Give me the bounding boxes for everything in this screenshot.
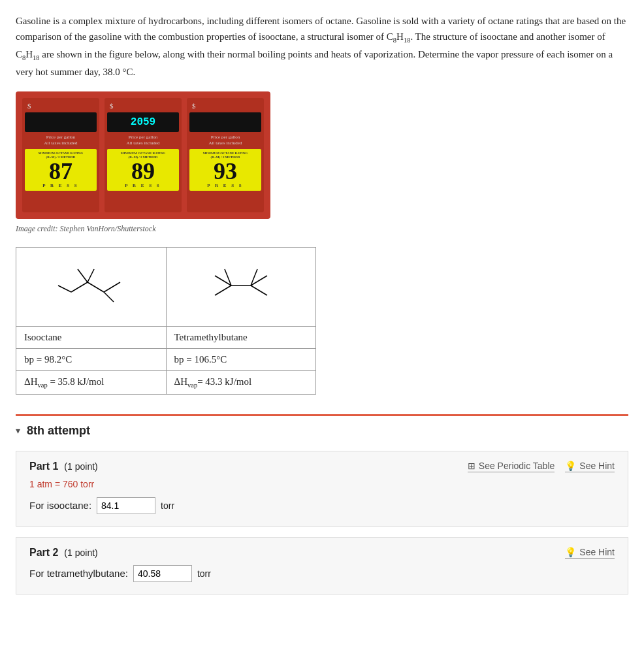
svg-line-3 bbox=[78, 269, 88, 282]
part1-actions: ⊞ See Periodic Table 💡 See Hint bbox=[468, 461, 615, 472]
part1-header: Part 1 (1 point) ⊞ See Periodic Table 💡 … bbox=[29, 461, 615, 472]
intro-paragraph: Gasoline is a complex mixture of hydroca… bbox=[16, 13, 628, 80]
svg-line-5 bbox=[104, 292, 114, 302]
isooctane-structure bbox=[16, 247, 167, 326]
periodic-table-icon: ⊞ bbox=[468, 461, 475, 471]
part1-section: Part 1 (1 point) ⊞ See Periodic Table 💡 … bbox=[16, 451, 628, 527]
part2-section: Part 2 (1 point) 💡 See Hint For tetramet… bbox=[16, 537, 628, 595]
svg-line-0 bbox=[71, 282, 88, 292]
part2-title: Part 2 (1 point) bbox=[29, 547, 98, 559]
isooctane-unit-label: torr bbox=[161, 500, 174, 511]
svg-line-6 bbox=[58, 286, 71, 292]
svg-line-1 bbox=[88, 282, 104, 292]
isooctane-name: Isooctane bbox=[16, 326, 167, 348]
isooctane-bp: bp = 98.2°C bbox=[16, 348, 167, 370]
part2-input-row: For tetramethylbutane: torr bbox=[29, 565, 615, 582]
isooctane-dh: ΔHvap = 35.8 kJ/mol bbox=[16, 370, 167, 394]
tetramethylbutane-bp: bp = 106.5°C bbox=[166, 348, 316, 370]
svg-line-4 bbox=[88, 269, 94, 282]
part2-hint-icon: 💡 bbox=[565, 547, 576, 557]
molecule-table: Isooctane Tetramethylbutane bp = 98.2°C … bbox=[16, 247, 316, 395]
part1-input-row: For isooctane: torr bbox=[29, 497, 615, 514]
chevron-down-icon: ▾ bbox=[16, 425, 20, 436]
gas-pump-image: $ Price per gallonAll taxes included MIN… bbox=[16, 91, 270, 219]
part2-actions: 💡 See Hint bbox=[565, 547, 615, 559]
tetramethylbutane-answer-input[interactable] bbox=[133, 565, 192, 582]
conversion-note: 1 atm = 760 torr bbox=[29, 479, 615, 489]
part2-header: Part 2 (1 point) 💡 See Hint bbox=[29, 547, 615, 559]
tetramethylbutane-dh: ΔHvap= 43.3 kJ/mol bbox=[166, 370, 316, 394]
attempt-section: ▾ 8th attempt Part 1 (1 point) ⊞ See Per… bbox=[16, 414, 628, 595]
hint-icon: 💡 bbox=[565, 461, 576, 471]
tetramethylbutane-name: Tetramethylbutane bbox=[166, 326, 316, 348]
part2-see-hint-button[interactable]: 💡 See Hint bbox=[565, 547, 615, 559]
svg-line-2 bbox=[104, 282, 120, 292]
tetramethylbutane-unit-label: torr bbox=[197, 568, 211, 579]
tetramethylbutane-structure bbox=[166, 247, 316, 326]
attempt-title: 8th attempt bbox=[27, 424, 90, 438]
part1-see-hint-button[interactable]: 💡 See Hint bbox=[565, 461, 615, 472]
svg-line-12 bbox=[251, 286, 267, 295]
part1-title: Part 1 (1 point) bbox=[29, 461, 98, 472]
see-periodic-table-button[interactable]: ⊞ See Periodic Table bbox=[468, 461, 555, 472]
isooctane-answer-input[interactable] bbox=[97, 497, 155, 514]
for-tetramethylbutane-label: For tetramethylbutane: bbox=[29, 568, 128, 579]
image-credit: Image credit: Stephen VanHorn/Shuttersto… bbox=[16, 224, 628, 234]
svg-line-9 bbox=[215, 286, 231, 295]
attempt-header[interactable]: ▾ 8th attempt bbox=[16, 424, 628, 438]
for-isooctane-label: For isooctane: bbox=[29, 500, 91, 511]
